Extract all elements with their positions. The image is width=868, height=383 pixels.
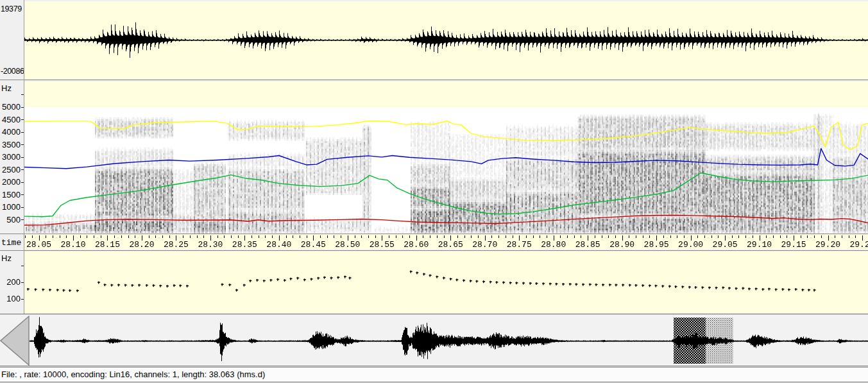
freq-tick-label: 2500: [0, 165, 21, 174]
status-bar: File: , rate: 10000, encoding: Lin16, ch…: [0, 367, 868, 382]
time-tick-label: 28.15: [93, 240, 121, 250]
freq-tick-label: 500: [0, 215, 21, 225]
time-tick-label: 28.95: [642, 240, 670, 250]
freq-tick-label: 1000: [0, 202, 21, 212]
overview-panel[interactable]: [0, 316, 868, 366]
freq-tick-label: 1500: [0, 190, 21, 200]
time-tick-label: 28.85: [574, 240, 602, 250]
time-tick-label: 29.25: [848, 240, 868, 250]
overview-waveform-canvas[interactable]: [0, 316, 868, 366]
time-tick-label: 29.10: [745, 240, 774, 250]
freq-tick-label: 4500: [0, 115, 21, 124]
time-tick-label: 28.50: [334, 240, 362, 250]
freq-tick-label: 4000: [0, 127, 21, 137]
pitch-unit-label: Hz: [1, 253, 12, 263]
spectrogram-unit-label: Hz: [1, 83, 12, 93]
time-tick-label: 28.35: [230, 240, 259, 250]
panel-divider: [0, 314, 868, 314]
time-tick-label: 29.05: [711, 240, 739, 250]
scroll-left-handle[interactable]: [0, 316, 30, 366]
freq-tick-label: 5000: [0, 102, 21, 112]
scroll-left-triangle-icon[interactable]: [1, 316, 29, 365]
time-tick-label: 29.20: [814, 240, 842, 250]
amplitude-min-label: -20086: [1, 67, 24, 76]
time-tick-label: 28.10: [59, 240, 87, 250]
waveform-canvas[interactable]: [24, 1, 868, 79]
time-tick-label: 28.60: [402, 240, 430, 250]
time-tick-label: 28.20: [128, 240, 156, 250]
time-axis-label: time: [1, 238, 21, 248]
time-tick-label: 28.70: [471, 240, 499, 250]
time-tick-label: 28.05: [25, 240, 53, 250]
time-tick-label: 28.80: [540, 240, 568, 250]
panel-divider: [0, 366, 868, 366]
pitch-canvas[interactable]: [24, 251, 868, 313]
time-tick-label: 28.30: [196, 240, 225, 250]
time-tick-label: 28.25: [162, 240, 190, 250]
freq-tick-label: 2000: [0, 177, 21, 187]
time-tick-label: 28.65: [436, 240, 464, 250]
freq-tick-label: 3500: [0, 140, 21, 149]
time-tick-label: 28.40: [265, 240, 293, 250]
speech-analysis-window: 19379 -20086 Hz 500045004000350030002500…: [0, 0, 868, 383]
status-text: File: , rate: 10000, encoding: Lin16, ch…: [1, 370, 265, 379]
amplitude-max-label: 19379: [1, 4, 22, 13]
time-tick-label: 29.00: [677, 240, 705, 250]
panel-divider: [0, 250, 868, 251]
time-tick-label: 28.55: [368, 240, 396, 250]
spectrogram-canvas[interactable]: [24, 81, 868, 234]
waveform-panel[interactable]: [24, 1, 868, 79]
panel-divider: [0, 80, 868, 80]
spectrogram-panel[interactable]: [24, 81, 868, 234]
freq-tick-label: 3000: [0, 152, 21, 162]
pitch-panel[interactable]: [24, 251, 868, 313]
time-tick-label: 29.15: [779, 240, 808, 250]
freq-tick-label: 200: [0, 277, 21, 287]
freq-tick-label: 100: [0, 294, 21, 303]
time-tick-label: 28.45: [299, 240, 327, 250]
axis-separator: [24, 0, 24, 314]
time-tick-label: 28.75: [505, 240, 533, 250]
time-tick-label: 28.90: [608, 240, 636, 250]
window-bottom-border: [0, 382, 868, 382]
